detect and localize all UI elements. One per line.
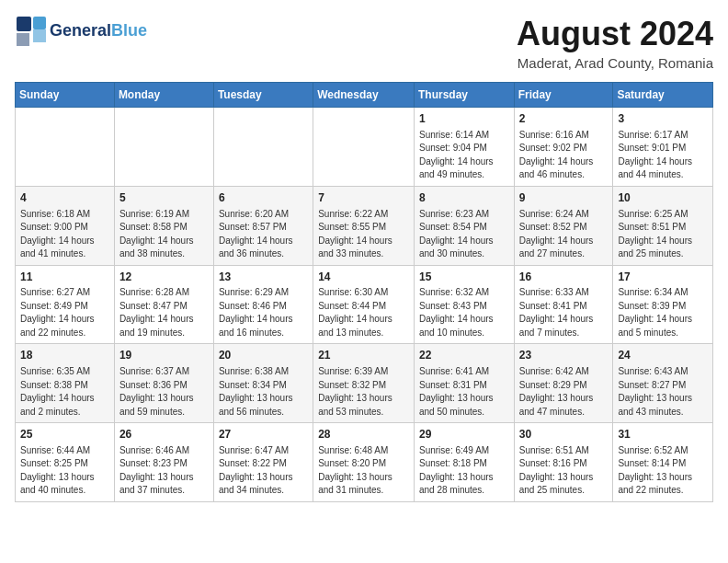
empty-cell xyxy=(114,108,213,187)
day-info: Sunrise: 6:49 AM Sunset: 8:18 PM Dayligh… xyxy=(419,444,509,498)
week-row-2: 4Sunrise: 6:18 AM Sunset: 9:00 PM Daylig… xyxy=(16,186,713,265)
day-info: Sunrise: 6:33 AM Sunset: 8:41 PM Dayligh… xyxy=(519,286,609,339)
day-number: 27 xyxy=(219,427,308,442)
day-cell-7: 7Sunrise: 6:22 AM Sunset: 8:55 PM Daylig… xyxy=(313,186,415,265)
day-number: 13 xyxy=(219,270,308,285)
day-number: 15 xyxy=(419,270,509,285)
day-cell-11: 11Sunrise: 6:27 AM Sunset: 8:49 PM Dayli… xyxy=(16,265,115,344)
day-info: Sunrise: 6:23 AM Sunset: 8:54 PM Dayligh… xyxy=(419,208,509,261)
empty-cell xyxy=(213,108,313,187)
day-cell-13: 13Sunrise: 6:29 AM Sunset: 8:46 PM Dayli… xyxy=(213,265,313,344)
day-cell-4: 4Sunrise: 6:18 AM Sunset: 9:00 PM Daylig… xyxy=(16,186,115,265)
day-number: 11 xyxy=(20,270,109,285)
day-number: 21 xyxy=(318,348,409,363)
day-info: Sunrise: 6:43 AM Sunset: 8:27 PM Dayligh… xyxy=(618,365,708,419)
day-cell-20: 20Sunrise: 6:38 AM Sunset: 8:34 PM Dayli… xyxy=(213,344,313,423)
day-number: 8 xyxy=(419,190,509,206)
day-number: 3 xyxy=(618,111,708,127)
day-number: 4 xyxy=(20,190,109,206)
day-info: Sunrise: 6:22 AM Sunset: 8:55 PM Dayligh… xyxy=(318,208,409,261)
empty-cell xyxy=(313,108,415,187)
day-number: 24 xyxy=(618,348,708,363)
day-info: Sunrise: 6:46 AM Sunset: 8:23 PM Dayligh… xyxy=(119,444,209,498)
day-number: 10 xyxy=(618,190,708,206)
day-info: Sunrise: 6:47 AM Sunset: 8:22 PM Dayligh… xyxy=(219,444,308,498)
day-info: Sunrise: 6:48 AM Sunset: 8:20 PM Dayligh… xyxy=(318,444,409,498)
day-info: Sunrise: 6:19 AM Sunset: 8:58 PM Dayligh… xyxy=(119,208,209,261)
day-number: 19 xyxy=(119,348,209,363)
day-cell-24: 24Sunrise: 6:43 AM Sunset: 8:27 PM Dayli… xyxy=(613,344,713,423)
day-cell-1: 1Sunrise: 6:14 AM Sunset: 9:04 PM Daylig… xyxy=(414,108,514,187)
day-info: Sunrise: 6:14 AM Sunset: 9:04 PM Dayligh… xyxy=(419,129,509,182)
day-number: 17 xyxy=(618,270,708,285)
day-info: Sunrise: 6:44 AM Sunset: 8:25 PM Dayligh… xyxy=(20,444,109,498)
day-number: 7 xyxy=(318,190,409,206)
day-info: Sunrise: 6:29 AM Sunset: 8:46 PM Dayligh… xyxy=(219,286,308,339)
day-cell-10: 10Sunrise: 6:25 AM Sunset: 8:51 PM Dayli… xyxy=(613,186,713,265)
day-number: 1 xyxy=(419,111,509,127)
logo-name: GeneralBlue xyxy=(50,22,147,40)
day-info: Sunrise: 6:28 AM Sunset: 8:47 PM Dayligh… xyxy=(119,286,209,339)
day-number: 12 xyxy=(119,270,209,285)
day-cell-2: 2Sunrise: 6:16 AM Sunset: 9:02 PM Daylig… xyxy=(514,108,613,187)
day-number: 23 xyxy=(519,348,609,363)
empty-cell xyxy=(16,108,115,187)
calendar-body: 1Sunrise: 6:14 AM Sunset: 9:04 PM Daylig… xyxy=(16,108,713,502)
day-info: Sunrise: 6:52 AM Sunset: 8:14 PM Dayligh… xyxy=(618,444,708,498)
svg-marker-3 xyxy=(17,33,29,46)
day-cell-26: 26Sunrise: 6:46 AM Sunset: 8:23 PM Dayli… xyxy=(114,423,213,502)
header-day-tuesday: Tuesday xyxy=(213,83,313,108)
day-info: Sunrise: 6:30 AM Sunset: 8:44 PM Dayligh… xyxy=(318,286,409,339)
day-cell-18: 18Sunrise: 6:35 AM Sunset: 8:38 PM Dayli… xyxy=(16,344,115,423)
day-cell-16: 16Sunrise: 6:33 AM Sunset: 8:41 PM Dayli… xyxy=(514,265,613,344)
day-info: Sunrise: 6:35 AM Sunset: 8:38 PM Dayligh… xyxy=(20,365,109,419)
day-number: 16 xyxy=(519,270,609,285)
day-info: Sunrise: 6:25 AM Sunset: 8:51 PM Dayligh… xyxy=(618,208,708,261)
day-cell-30: 30Sunrise: 6:51 AM Sunset: 8:16 PM Dayli… xyxy=(514,423,613,502)
day-cell-23: 23Sunrise: 6:42 AM Sunset: 8:29 PM Dayli… xyxy=(514,344,613,423)
day-number: 31 xyxy=(618,427,708,442)
day-number: 9 xyxy=(519,190,609,206)
day-cell-9: 9Sunrise: 6:24 AM Sunset: 8:52 PM Daylig… xyxy=(514,186,613,265)
day-info: Sunrise: 6:37 AM Sunset: 8:36 PM Dayligh… xyxy=(119,365,209,419)
day-number: 18 xyxy=(20,348,109,363)
day-number: 28 xyxy=(318,427,409,442)
day-cell-17: 17Sunrise: 6:34 AM Sunset: 8:39 PM Dayli… xyxy=(613,265,713,344)
day-cell-28: 28Sunrise: 6:48 AM Sunset: 8:20 PM Dayli… xyxy=(313,423,415,502)
day-info: Sunrise: 6:32 AM Sunset: 8:43 PM Dayligh… xyxy=(419,286,509,339)
svg-rect-1 xyxy=(33,17,46,29)
day-cell-5: 5Sunrise: 6:19 AM Sunset: 8:58 PM Daylig… xyxy=(114,186,213,265)
day-info: Sunrise: 6:20 AM Sunset: 8:57 PM Dayligh… xyxy=(219,208,308,261)
svg-marker-2 xyxy=(33,29,46,42)
svg-rect-0 xyxy=(17,17,31,31)
month-year-title: August 2024 xyxy=(517,15,713,53)
day-number: 5 xyxy=(119,190,209,206)
day-cell-19: 19Sunrise: 6:37 AM Sunset: 8:36 PM Dayli… xyxy=(114,344,213,423)
day-cell-12: 12Sunrise: 6:28 AM Sunset: 8:47 PM Dayli… xyxy=(114,265,213,344)
week-row-5: 25Sunrise: 6:44 AM Sunset: 8:25 PM Dayli… xyxy=(16,423,713,502)
day-number: 2 xyxy=(519,111,609,127)
header-day-monday: Monday xyxy=(114,83,213,108)
day-info: Sunrise: 6:38 AM Sunset: 8:34 PM Dayligh… xyxy=(219,365,308,419)
day-cell-27: 27Sunrise: 6:47 AM Sunset: 8:22 PM Dayli… xyxy=(213,423,313,502)
day-cell-8: 8Sunrise: 6:23 AM Sunset: 8:54 PM Daylig… xyxy=(414,186,514,265)
day-info: Sunrise: 6:34 AM Sunset: 8:39 PM Dayligh… xyxy=(618,286,708,339)
calendar-table: SundayMondayTuesdayWednesdayThursdayFrid… xyxy=(15,82,713,502)
day-cell-21: 21Sunrise: 6:39 AM Sunset: 8:32 PM Dayli… xyxy=(313,344,415,423)
day-cell-22: 22Sunrise: 6:41 AM Sunset: 8:31 PM Dayli… xyxy=(414,344,514,423)
day-cell-29: 29Sunrise: 6:49 AM Sunset: 8:18 PM Dayli… xyxy=(414,423,514,502)
header-day-saturday: Saturday xyxy=(613,83,713,108)
day-info: Sunrise: 6:41 AM Sunset: 8:31 PM Dayligh… xyxy=(419,365,509,419)
location-subtitle: Maderat, Arad County, Romania xyxy=(517,55,713,71)
week-row-4: 18Sunrise: 6:35 AM Sunset: 8:38 PM Dayli… xyxy=(16,344,713,423)
day-info: Sunrise: 6:24 AM Sunset: 8:52 PM Dayligh… xyxy=(519,208,609,261)
header-day-sunday: Sunday xyxy=(16,83,115,108)
day-info: Sunrise: 6:39 AM Sunset: 8:32 PM Dayligh… xyxy=(318,365,409,419)
logo: GeneralBlue xyxy=(15,15,147,48)
day-info: Sunrise: 6:18 AM Sunset: 9:00 PM Dayligh… xyxy=(20,208,109,261)
day-number: 14 xyxy=(318,270,409,285)
day-info: Sunrise: 6:42 AM Sunset: 8:29 PM Dayligh… xyxy=(519,365,609,419)
day-number: 6 xyxy=(219,190,308,206)
header: GeneralBlue August 2024 Maderat, Arad Co… xyxy=(15,15,713,71)
day-cell-25: 25Sunrise: 6:44 AM Sunset: 8:25 PM Dayli… xyxy=(16,423,115,502)
